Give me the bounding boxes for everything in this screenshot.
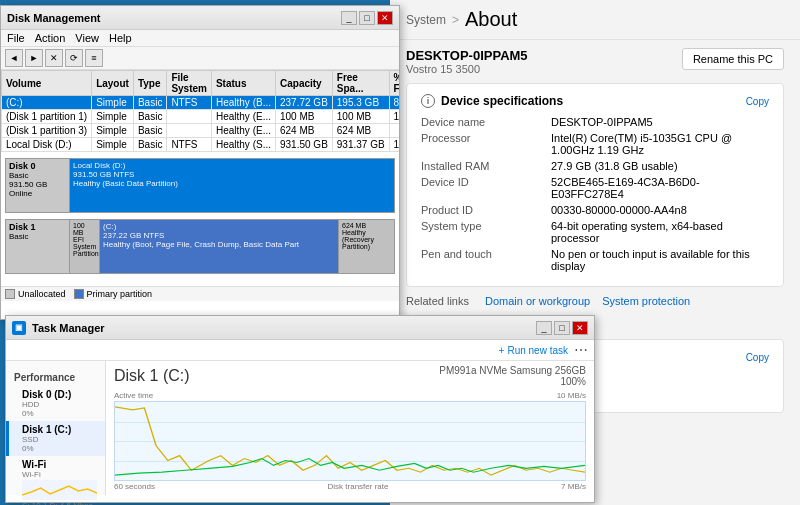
- disk-model: PM991a NVMe Samsung 256GB: [439, 365, 586, 376]
- taskman-sidebar: Performance Disk 0 (D:) HDD 0% Disk 1 (C…: [6, 361, 106, 495]
- win-copy-button[interactable]: Copy: [746, 352, 769, 363]
- disk-visual-area: Disk 0 Basic 931.50 GB Online Local Disk…: [1, 152, 399, 286]
- disk-0-partition-1[interactable]: Local Disk (D:) 931.50 GB NTFS Healthy (…: [70, 159, 394, 212]
- disk-chart-svg: [115, 402, 585, 480]
- spec-rows: Device nameDESKTOP-0IPPAM5ProcessorIntel…: [421, 116, 769, 272]
- copy-button[interactable]: Copy: [746, 96, 769, 107]
- disk-table-container: Volume Layout Type File System Status Ca…: [1, 70, 399, 152]
- sidebar-item-disk1[interactable]: Disk 1 (C:) SSD 0%: [6, 421, 105, 456]
- table-row[interactable]: Local Disk (D:)SimpleBasicNTFSHealthy (S…: [2, 138, 400, 152]
- spec-row: Pen and touchNo pen or touch input is av…: [421, 248, 769, 272]
- taskman-minimize[interactable]: _: [536, 321, 552, 335]
- toolbar-btn-4[interactable]: ⟳: [65, 49, 83, 67]
- toolbar-btn-3[interactable]: ✕: [45, 49, 63, 67]
- disk-model-info: PM991a NVMe Samsung 256GB 100%: [439, 365, 586, 387]
- taskman-icon: ▣: [12, 321, 26, 335]
- disk-legend: Unallocated Primary partition: [1, 286, 399, 301]
- chart-max-label: 10 MB/s: [557, 391, 586, 400]
- chart-area: [114, 401, 586, 481]
- table-row[interactable]: (Disk 1 partition 1)SimpleBasicHealthy (…: [2, 110, 400, 124]
- spec-row: Device nameDESKTOP-0IPPAM5: [421, 116, 769, 128]
- disk-mgmt-title: Disk Management: [7, 12, 101, 24]
- taskman-main: Disk 1 (C:) PM991a NVMe Samsung 256GB 10…: [106, 361, 594, 495]
- disk-1-label: Disk 1 Basic: [5, 219, 70, 274]
- taskman-toolbar: + Run new task ⋯: [6, 340, 594, 361]
- spec-section-header: i Device specifications Copy: [421, 94, 769, 108]
- info-icon: i: [421, 94, 435, 108]
- breadcrumb-parent: System: [406, 13, 446, 27]
- more-options-icon[interactable]: ⋯: [574, 342, 588, 358]
- device-specs-section: i Device specifications Copy Device name…: [406, 83, 784, 287]
- col-status: Status: [211, 71, 275, 96]
- disk-table-body: (C:)SimpleBasicNTFSHealthy (B...237.72 G…: [2, 96, 400, 152]
- spec-section-title: i Device specifications: [421, 94, 563, 108]
- menu-help[interactable]: Help: [109, 32, 132, 44]
- close-button[interactable]: ✕: [377, 11, 393, 25]
- disk-table: Volume Layout Type File System Status Ca…: [1, 70, 399, 152]
- toolbar-btn-2[interactable]: ►: [25, 49, 43, 67]
- device-name-row: DESKTOP-0IPPAM5 Vostro 15 3500 Rename th…: [406, 48, 784, 75]
- menu-file[interactable]: File: [7, 32, 25, 44]
- disk-menu-bar: File Action View Help: [1, 30, 399, 47]
- titlebar-controls: _ □ ✕: [341, 11, 393, 25]
- taskman-body: Performance Disk 0 (D:) HDD 0% Disk 1 (C…: [6, 361, 594, 495]
- chart-time-label: 60 seconds: [114, 482, 155, 491]
- table-row[interactable]: (Disk 1 partition 3)SimpleBasicHealthy (…: [2, 124, 400, 138]
- maximize-button[interactable]: □: [359, 11, 375, 25]
- disk-transfer-label: Disk transfer rate: [328, 482, 389, 491]
- col-type: Type: [133, 71, 166, 96]
- taskman-maximize[interactable]: □: [554, 321, 570, 335]
- disk-1-partition-efi[interactable]: 100 MB EFI System Partition: [70, 220, 100, 273]
- toolbar-btn-1[interactable]: ◄: [5, 49, 23, 67]
- legend-unallocated-swatch: [5, 289, 15, 299]
- col-layout: Layout: [92, 71, 134, 96]
- breadcrumb-current: About: [465, 8, 517, 31]
- disk-1-partition-recovery[interactable]: 624 MB Healthy (Recovery Partition): [339, 220, 394, 273]
- legend-primary: Primary partition: [74, 289, 153, 299]
- sidebar-item-disk0[interactable]: Disk 0 (D:) HDD 0%: [6, 386, 105, 421]
- device-model: Vostro 15 3500: [406, 63, 528, 75]
- disk-1-partitions: 100 MB EFI System Partition (C:) 237.22 …: [70, 219, 395, 274]
- breadcrumb: System > About: [406, 8, 784, 31]
- taskman-close[interactable]: ✕: [572, 321, 588, 335]
- related-links-label: Related links: [406, 295, 469, 307]
- sidebar-item-wifi[interactable]: Wi-Fi Wi-Fi S: 10.1 R: 4.5 Mbps: [6, 456, 105, 505]
- wifi-chart-line: [22, 480, 97, 500]
- active-time-label: Active time: [114, 391, 153, 400]
- menu-view[interactable]: View: [75, 32, 99, 44]
- device-name: DESKTOP-0IPPAM5: [406, 48, 528, 63]
- menu-action[interactable]: Action: [35, 32, 66, 44]
- taskman-main-header: Disk 1 (C:) PM991a NVMe Samsung 256GB 10…: [114, 365, 586, 387]
- col-freespace: Free Spa...: [332, 71, 389, 96]
- chart-bottom-labels: 60 seconds Disk transfer rate 7 MB/s: [114, 482, 586, 491]
- disk-1-partition-c[interactable]: (C:) 237.22 GB NTFS Healthy (Boot, Page …: [100, 220, 339, 273]
- disk-0-label: Disk 0 Basic 931.50 GB Online: [5, 158, 70, 213]
- rename-pc-button[interactable]: Rename this PC: [682, 48, 784, 70]
- col-volume: Volume: [2, 71, 92, 96]
- toolbar-btn-5[interactable]: ≡: [85, 49, 103, 67]
- task-manager-window: ▣ Task Manager _ □ ✕ + Run new task ⋯ Pe…: [5, 315, 595, 503]
- wifi-mini-chart: [22, 480, 97, 500]
- spec-row: Product ID00330-80000-00000-AA4n8: [421, 204, 769, 216]
- main-disk-title: Disk 1 (C:): [114, 367, 190, 385]
- chart-mid-label: 7 MB/s: [561, 482, 586, 491]
- disk-0-partitions: Local Disk (D:) 931.50 GB NTFS Healthy (…: [70, 158, 395, 213]
- domain-workgroup-link[interactable]: Domain or workgroup: [485, 295, 590, 307]
- legend-unallocated: Unallocated: [5, 289, 66, 299]
- legend-primary-swatch: [74, 289, 84, 299]
- disk-1-row: Disk 1 Basic 100 MB EFI System Partition…: [5, 219, 395, 274]
- system-protection-link[interactable]: System protection: [602, 295, 690, 307]
- col-capacity: Capacity: [275, 71, 332, 96]
- taskman-controls: _ □ ✕: [536, 321, 588, 335]
- taskman-titlebar: ▣ Task Manager _ □ ✕: [6, 316, 594, 340]
- active-time-value: 100%: [439, 376, 586, 387]
- new-task-icon: +: [499, 345, 505, 356]
- table-row[interactable]: (C:)SimpleBasicNTFSHealthy (B...237.72 G…: [2, 96, 400, 110]
- performance-section-label: Performance: [6, 369, 105, 386]
- minimize-button[interactable]: _: [341, 11, 357, 25]
- spec-row: Installed RAM27.9 GB (31.8 GB usable): [421, 160, 769, 172]
- device-info: DESKTOP-0IPPAM5 Vostro 15 3500: [406, 48, 528, 75]
- table-header-row: Volume Layout Type File System Status Ca…: [2, 71, 400, 96]
- new-task-button[interactable]: + Run new task: [499, 345, 568, 356]
- spec-row: ProcessorIntel(R) Core(TM) i5-1035G1 CPU…: [421, 132, 769, 156]
